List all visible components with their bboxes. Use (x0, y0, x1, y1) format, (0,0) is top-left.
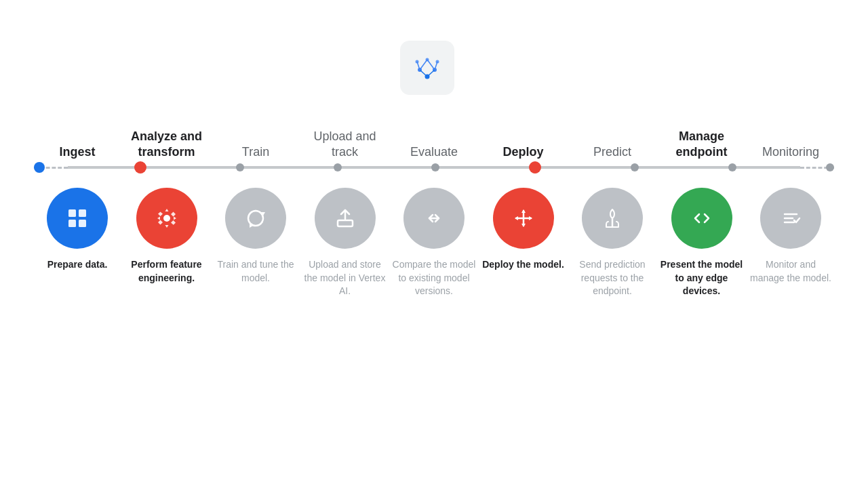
svg-marker-25 (521, 224, 526, 227)
step-label-5: Deploy (480, 144, 567, 160)
step-desc-5: Deploy the model. (482, 258, 564, 272)
svg-line-6 (420, 70, 427, 77)
svg-rect-13 (79, 209, 86, 217)
step-item-6: Send prediction requests to the endpoint… (569, 188, 656, 298)
timeline-dot-4 (431, 163, 439, 171)
svg-rect-15 (79, 220, 86, 227)
step-item-2: Train and tune the model. (212, 188, 299, 285)
step-item-3: Upload and store the model in Vertex AI. (302, 188, 389, 298)
step-item-1: Perform feature engineering. (123, 188, 210, 285)
labels-row: IngestAnalyze and transformTrainUpload a… (27, 129, 841, 159)
step-circle-2 (225, 188, 286, 249)
svg-line-10 (427, 60, 435, 70)
logo-box (400, 41, 454, 95)
header (400, 41, 468, 95)
timeline-dot-0 (34, 162, 45, 173)
svg-marker-27 (529, 216, 532, 220)
svg-rect-19 (338, 220, 353, 226)
step-label-1: Analyze and transform (123, 129, 210, 159)
step-circle-3 (315, 188, 376, 249)
vertex-ai-logo (410, 51, 444, 85)
svg-rect-12 (68, 209, 76, 217)
timeline-dot-1 (134, 161, 146, 174)
step-desc-3: Upload and store the model in Vertex AI. (302, 258, 389, 298)
svg-marker-26 (515, 216, 518, 220)
step-circle-8 (760, 188, 821, 249)
step-desc-0: Prepare data. (47, 258, 108, 272)
step-desc-6: Send prediction requests to the endpoint… (569, 258, 656, 298)
step-item-4: Compare the model to existing model vers… (391, 188, 477, 298)
step-label-6: Predict (569, 144, 656, 160)
step-desc-4: Compare the model to existing model vers… (391, 258, 477, 298)
svg-marker-24 (521, 209, 526, 213)
step-item-8: Monitor and manage the model. (747, 188, 834, 285)
step-desc-7: Present the model to any edge devices. (658, 258, 745, 298)
svg-rect-14 (68, 220, 76, 227)
timeline-dot-5 (529, 161, 541, 174)
step-circle-0 (47, 188, 108, 249)
step-label-3: Upload and track (302, 129, 389, 159)
step-item-7: Present the model to any edge devices. (658, 188, 745, 298)
step-label-4: Evaluate (391, 144, 477, 160)
step-desc-8: Monitor and manage the model. (747, 258, 834, 285)
step-circle-1 (136, 188, 197, 249)
step-circle-4 (403, 188, 465, 249)
timeline-dot-3 (334, 163, 342, 171)
timeline-dots (27, 161, 841, 174)
timeline-dot-6 (631, 163, 639, 171)
svg-line-9 (420, 60, 427, 70)
step-desc-2: Train and tune the model. (212, 258, 299, 285)
timeline-dot-7 (728, 163, 736, 171)
timeline-dot-2 (236, 163, 244, 171)
icons-row: Prepare data. Perform feature engineerin… (27, 188, 841, 298)
step-item-5: Deploy the model. (480, 188, 567, 272)
timeline-dot-8 (826, 163, 834, 171)
step-label-0: Ingest (34, 144, 121, 160)
step-item-0: Prepare data. (34, 188, 121, 272)
step-label-7: Manage endpoint (658, 129, 745, 159)
svg-line-7 (427, 70, 435, 77)
pipeline: IngestAnalyze and transformTrainUpload a… (27, 129, 841, 298)
step-circle-5 (493, 188, 554, 249)
step-desc-1: Perform feature engineering. (123, 258, 210, 285)
step-label-8: Monitoring (747, 144, 834, 160)
timeline-row (27, 166, 841, 169)
svg-point-16 (163, 215, 170, 222)
step-label-2: Train (212, 144, 299, 160)
step-circle-6 (582, 188, 643, 249)
step-circle-7 (671, 188, 732, 249)
